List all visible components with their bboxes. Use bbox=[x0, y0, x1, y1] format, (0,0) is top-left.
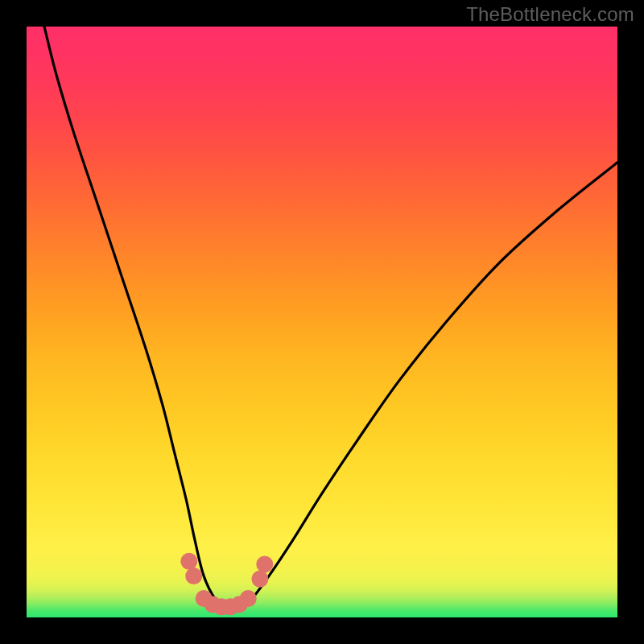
watermark-text: TheBottleneck.com bbox=[466, 3, 634, 26]
marker-dot bbox=[256, 555, 273, 572]
chart-plot-area bbox=[27, 27, 617, 617]
bottleneck-curve-path bbox=[44, 27, 617, 609]
marker-dot bbox=[251, 571, 268, 588]
marker-dot bbox=[240, 590, 257, 607]
marker-dot bbox=[185, 568, 202, 584]
bottleneck-curve-svg bbox=[27, 27, 617, 617]
bottleneck-marker-dots bbox=[180, 553, 273, 616]
marker-dot bbox=[180, 553, 197, 570]
chart-outer-frame: TheBottleneck.com bbox=[0, 0, 644, 644]
